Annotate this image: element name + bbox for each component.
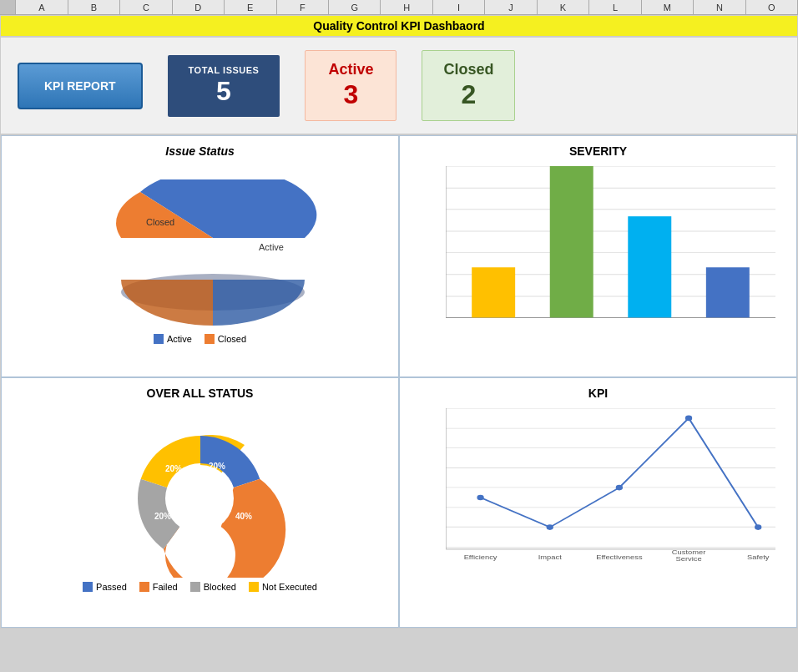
main-content: Quality Control KPI Dashbaord KPI REPORT… <box>0 15 798 629</box>
overall-status-title: OVER ALL STATUS <box>14 387 386 400</box>
svg-text:Impact: Impact <box>538 553 563 561</box>
svg-text:Efficiency: Efficiency <box>464 553 498 561</box>
charts-grid: Issue Status <box>1 135 797 628</box>
overall-status-chart: OVER ALL STATUS <box>1 377 399 628</box>
kpi-point-2 <box>547 525 553 531</box>
label-passed-pct: 20% <box>208 462 225 471</box>
legend-failed-box <box>139 582 149 592</box>
col-E: E <box>225 0 276 14</box>
pie-container: Active Closed Active Closed <box>14 162 386 361</box>
legend-passed-label: Passed <box>96 582 127 592</box>
legend-closed: Closed <box>205 334 246 344</box>
legend-blocked: Blocked <box>190 582 236 592</box>
closed-box: Closed 2 <box>422 50 515 121</box>
kpi-chart-area: 0 2 4 6 8 10 12 14 <box>412 404 784 607</box>
active-box: Active 3 <box>305 50 396 121</box>
kpi-report-button[interactable]: KPI REPORT <box>18 63 143 109</box>
legend-passed-box <box>83 582 93 592</box>
severity-chart-area: 0 0.5 1 1.5 2 2.5 3 <box>412 162 784 356</box>
severity-chart: SEVERITY 0 <box>399 135 797 377</box>
col-K: K <box>538 0 589 14</box>
col-L: L <box>589 0 641 14</box>
kpi-header: KPI REPORT TOTAL ISSUES 5 Active 3 Close… <box>1 38 797 135</box>
pie-chart-svg: Active Closed <box>83 179 317 330</box>
total-issues-label: TOTAL ISSUES <box>189 65 260 75</box>
legend-active: Active <box>154 334 192 344</box>
col-F: F <box>277 0 329 14</box>
legend-closed-box <box>205 334 215 344</box>
col-H: H <box>381 0 432 14</box>
issue-status-chart: Issue Status <box>1 135 399 377</box>
total-issues-value: 5 <box>189 75 260 107</box>
col-B: B <box>68 0 120 14</box>
kpi-point-1 <box>477 495 483 501</box>
kpi-point-3 <box>616 485 623 491</box>
donut-container: 20% 40% 20% 20% Passed Failed <box>14 404 386 611</box>
issue-status-title: Issue Status <box>14 144 386 158</box>
spreadsheet-container: A B C D E F G H I J K L M N O Quality Co… <box>0 0 798 629</box>
col-M: M <box>642 0 694 14</box>
donut-legend: Passed Failed Blocked Not Executed <box>83 582 317 592</box>
active-value: 3 <box>326 78 375 110</box>
legend-active-box <box>154 334 164 344</box>
dashboard-title: Quality Control KPI Dashbaord <box>1 16 797 38</box>
col-A: A <box>16 0 68 14</box>
closed-value: 2 <box>443 78 493 110</box>
legend-passed: Passed <box>83 582 127 592</box>
kpi-chart-title: KPI <box>412 387 784 400</box>
col-N: N <box>694 0 745 14</box>
bar-medium <box>628 217 671 318</box>
legend-not-executed: Not Executed <box>249 582 317 592</box>
bar-high <box>550 166 593 317</box>
pie-legend: Active Closed <box>154 334 246 344</box>
col-O: O <box>746 0 798 14</box>
col-J: J <box>485 0 537 14</box>
svg-text:Service: Service <box>675 555 702 561</box>
severity-title: SEVERITY <box>412 144 784 158</box>
pie-closed-label: Closed <box>146 217 174 227</box>
legend-failed: Failed <box>139 582 178 592</box>
bar-critical <box>472 268 515 318</box>
bar-low <box>706 268 750 318</box>
total-issues-box: TOTAL ISSUES 5 <box>168 55 280 117</box>
pie-active-label: Active <box>259 242 284 252</box>
legend-active-label: Active <box>167 334 192 344</box>
kpi-line <box>481 418 759 528</box>
kpi-point-5 <box>755 525 761 531</box>
severity-svg: 0 0.5 1 1.5 2 2.5 3 <box>446 166 775 323</box>
kpi-line-chart: KPI <box>399 377 797 628</box>
legend-not-executed-label: Not Executed <box>262 582 317 592</box>
donut-center <box>167 465 234 532</box>
label-blocked-pct: 20% <box>154 512 170 521</box>
legend-blocked-label: Blocked <box>204 582 236 592</box>
closed-label: Closed <box>443 61 493 78</box>
legend-failed-label: Failed <box>153 582 178 592</box>
kpi-svg: 0 2 4 6 8 10 12 14 <box>446 408 775 561</box>
active-label: Active <box>326 61 375 78</box>
label-not-executed-pct: 20% <box>164 464 181 473</box>
legend-not-executed-box <box>249 582 259 592</box>
col-headers: A B C D E F G H I J K L M N O <box>0 0 798 15</box>
col-G: G <box>329 0 381 14</box>
legend-blocked-box <box>190 582 200 592</box>
donut-svg: 20% 40% 20% 20% <box>109 423 292 578</box>
col-C: C <box>120 0 172 14</box>
kpi-point-4 <box>685 416 692 422</box>
svg-text:Effectiveness: Effectiveness <box>596 553 642 561</box>
svg-text:Safety: Safety <box>747 553 770 561</box>
col-D: D <box>173 0 225 14</box>
col-I: I <box>433 0 485 14</box>
row-header <box>0 0 16 14</box>
label-failed-pct: 40% <box>235 512 251 521</box>
legend-closed-label: Closed <box>218 334 246 344</box>
